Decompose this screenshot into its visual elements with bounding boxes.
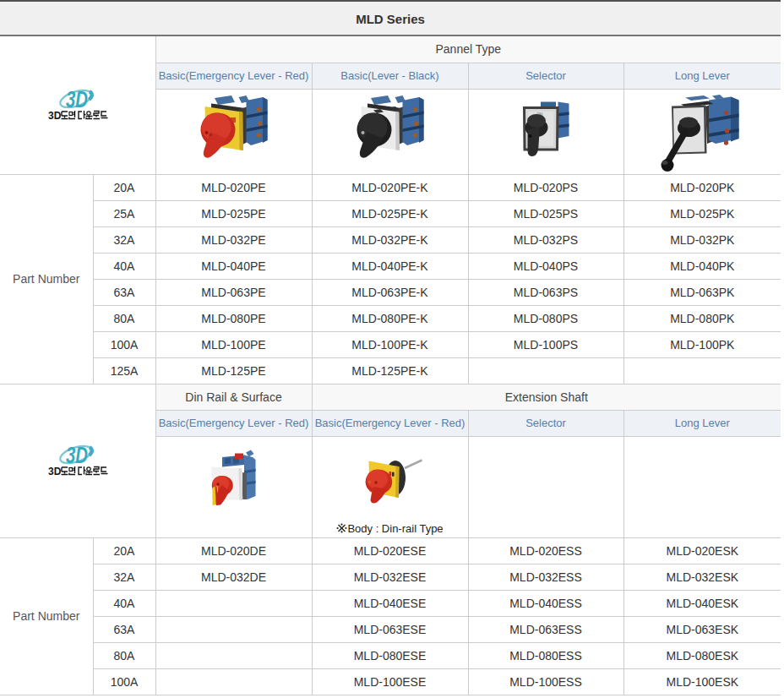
svg-text:3D: 3D: [48, 465, 62, 477]
svg-text:3D: 3D: [66, 443, 88, 468]
svg-text:3D: 3D: [66, 87, 88, 112]
svg-text:3D: 3D: [48, 109, 62, 121]
